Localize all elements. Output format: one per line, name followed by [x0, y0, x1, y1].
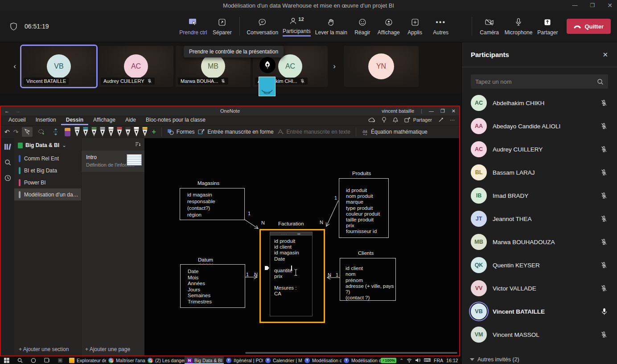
section-item[interactable]: Power BI [14, 176, 81, 188]
taskbar-app[interactable]: Modélisation d'u... [302, 356, 341, 364]
participant-search-input[interactable] [475, 78, 597, 85]
section-item[interactable]: Modélisation d'un data ware... [14, 188, 81, 200]
mic-muted-icon[interactable] [601, 99, 607, 106]
sync-icon[interactable] [368, 118, 375, 123]
mic-muted-icon[interactable] [601, 169, 607, 176]
participant-row[interactable]: AC Abdelhakim CHIKH [462, 91, 617, 115]
ribbon-more-icon[interactable]: ⋯ [450, 117, 455, 123]
math-equation-button[interactable]: xyxy Équation mathématique [362, 129, 428, 135]
ink-to-shape-button[interactable]: Entrée manuscrite en forme [198, 129, 273, 135]
pen-tool[interactable] [125, 127, 131, 137]
select-tool[interactable] [22, 127, 33, 137]
taskbar-app[interactable]: Big Data & BI - ... [185, 356, 224, 364]
language-indicator[interactable]: FRA [434, 358, 443, 363]
diagram-canvas[interactable]: Magasins id magasinresponsable(contact?)… [144, 138, 459, 356]
taskbar-search-icon[interactable] [13, 356, 27, 364]
section-item[interactable]: BI et Big Data [14, 164, 81, 176]
draw-mode-icon[interactable] [438, 117, 444, 123]
share-button[interactable]: Partager [535, 12, 560, 41]
pen-tool[interactable] [74, 127, 80, 137]
start-button[interactable] [0, 356, 13, 364]
close-icon[interactable]: ✕ [607, 2, 613, 9]
facturation-edit-box[interactable]: ····◂▸ id produitid clientid magasinDate… [270, 232, 313, 316]
forward-icon[interactable]: → [16, 108, 21, 114]
pen-tool[interactable] [133, 127, 140, 137]
hidden-icons-chevron[interactable]: ⌃ [399, 358, 403, 363]
camera-button[interactable]: Caméra [477, 12, 502, 41]
more-button[interactable]: ••• Autres [428, 12, 454, 41]
ribbon-tab[interactable]: Insertion [31, 115, 61, 125]
battery-badge[interactable]: ⚡100% [381, 358, 396, 363]
touch-keyboard-icon[interactable]: ⌨ [424, 357, 431, 363]
mic-muted-icon[interactable] [601, 262, 607, 269]
other-guests-toggle[interactable]: Autres invités (2) [470, 356, 519, 363]
separate-button[interactable]: Séparer [209, 12, 235, 41]
scroll-left-icon[interactable]: ‹ [8, 46, 21, 87]
ribbon-tab[interactable]: Dessin [61, 115, 88, 125]
participant-row[interactable]: BL Bassam LARAJ [462, 161, 617, 184]
scroll-right-icon[interactable]: › [328, 46, 341, 87]
participant-row[interactable]: JT Jeannot THEA [462, 207, 617, 230]
lasso-select-tool[interactable] [36, 127, 47, 137]
taskbar-app[interactable]: #général | POEI B... [224, 356, 263, 364]
participant-row[interactable]: AA Abedayo Candide ALIOLI [462, 115, 617, 138]
back-icon[interactable]: ← [4, 108, 9, 114]
mic-muted-icon[interactable] [601, 192, 607, 199]
notebooks-icon[interactable] [4, 143, 11, 150]
shapes-button[interactable]: Formes [167, 129, 195, 135]
bell-icon[interactable] [393, 117, 398, 123]
participant-search[interactable] [471, 74, 608, 89]
redo-icon[interactable]: ↷ [13, 128, 19, 135]
horizontal-scrollbar[interactable] [245, 352, 457, 354]
onenote-close-icon[interactable]: ✕ [452, 108, 456, 114]
task-view-icon[interactable] [40, 356, 53, 364]
participant-row[interactable]: VM Vincent MASSOL [462, 323, 617, 346]
taskbar-app[interactable]: Modélisation d'u... [341, 356, 381, 364]
participant-row[interactable]: VB Vincent BATAILLE [462, 300, 617, 323]
microphone-button[interactable]: Microphone [502, 12, 535, 41]
insert-space-tool[interactable] [50, 127, 61, 137]
add-section-button[interactable]: + Ajouter une section [19, 346, 69, 352]
video-tile-spotlight[interactable]: YN [344, 46, 419, 87]
mic-muted-icon[interactable] [601, 285, 607, 292]
ribbon-tab[interactable]: Aide [120, 115, 141, 125]
mic-muted-icon[interactable] [601, 238, 607, 245]
video-tile[interactable]: AC Audrey CUILLERY [99, 46, 173, 87]
taskbar-app[interactable]: Explorateur de fi... [67, 356, 106, 364]
add-pen-button[interactable]: + [152, 128, 156, 136]
pen-tool[interactable] [99, 127, 106, 137]
participant-row[interactable]: VV Victor VALLADE [462, 277, 617, 300]
notebook-selector[interactable]: Big Data & BI ⌄ [14, 138, 81, 152]
mic-muted-icon[interactable] [601, 331, 607, 338]
participants-button[interactable]: 12 Participants [280, 12, 313, 41]
ribbon-tab[interactable]: Affichage [88, 115, 120, 125]
onenote-restore-icon[interactable]: ❐ [440, 108, 445, 114]
lightbulb-icon[interactable] [382, 117, 387, 123]
participant-row[interactable]: MB Marwa BOUHADOUZA [462, 230, 617, 254]
pen-tool[interactable] [108, 127, 114, 137]
onenote-share-button[interactable]: Partager [404, 117, 432, 123]
mic-active-icon[interactable] [601, 308, 607, 315]
participant-row[interactable]: QK Quentin KEYSER [462, 254, 617, 277]
mic-muted-icon[interactable] [601, 215, 607, 222]
wifi-icon[interactable] [407, 358, 412, 363]
clock[interactable]: 16:12 [446, 358, 458, 363]
undo-icon[interactable]: ↶ [4, 128, 10, 135]
onenote-minimize-icon[interactable]: — [429, 108, 434, 114]
pen-tool[interactable] [82, 127, 89, 137]
apps-button[interactable]: Applis [402, 12, 428, 41]
pinned-app-icon[interactable] [53, 356, 67, 364]
restore-icon[interactable]: ❐ [590, 2, 595, 8]
pen-tool[interactable] [116, 127, 123, 137]
eraser-tool[interactable] [65, 128, 70, 136]
taskbar-app[interactable]: Calendrier | Micr... [263, 356, 302, 364]
panel-close-icon[interactable]: ✕ [602, 51, 608, 59]
raise-hand-button[interactable]: Lever la main [313, 12, 350, 41]
ribbon-tab[interactable]: Bloc-notes pour la classe [141, 115, 210, 125]
search-icon[interactable] [4, 159, 11, 166]
view-button[interactable]: Affichage [375, 12, 402, 41]
pen-tool[interactable] [91, 127, 97, 137]
mic-muted-icon[interactable] [601, 146, 607, 153]
add-page-button[interactable]: + Ajouter une page [85, 346, 130, 352]
participant-row[interactable]: AC Audrey CUILLERY [462, 138, 617, 161]
